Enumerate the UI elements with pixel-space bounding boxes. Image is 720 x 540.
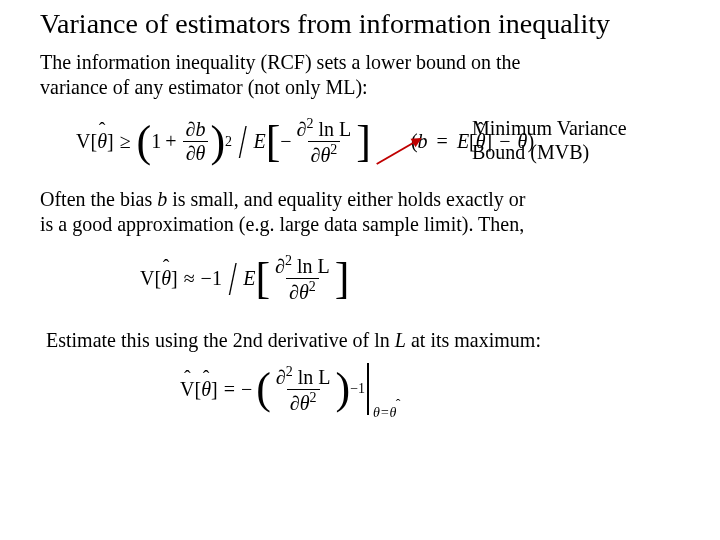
eval-bar-icon: θ=θ [367,363,369,415]
equation-approx: V [θ] ≈ −1 / E [ ∂2 ln L ∂θ2 ] [140,251,680,306]
eq1-plus: + [165,130,176,153]
p2-c: is small, and equality either holds exac… [167,188,525,210]
eq2-approx: ≈ [184,267,195,290]
mvb-line2: Bound (MVB) [472,141,589,163]
slide-title: Variance of estimators from information … [40,8,680,40]
estimate-paragraph: Estimate this using the 2nd derivative o… [46,328,680,353]
eq3-dth2: ∂θ [290,391,310,413]
eq1-V: V [76,130,90,153]
eq3-eq: = [224,378,235,401]
eq3-inv: −1 [350,381,365,397]
eq3-Vhat: V [180,378,194,401]
eq1-dth: ∂θ [186,142,206,164]
eq1-lnL: ln L [318,118,351,140]
eq2-V: V [140,267,154,290]
intro-line2: variance of any estimator (not only ML): [40,76,368,98]
bias-paragraph: Often the bias b is small, and equality … [40,187,680,237]
eq1-ge: ≥ [120,130,131,153]
eq1-dth2: ∂θ [311,144,331,166]
p3-a: Estimate this using the 2nd derivative o… [46,329,395,351]
eq2-theta-hat: θ [161,267,171,290]
eq3-theta-hat: θ [201,378,211,401]
eq2-E: E [243,267,255,290]
equation-estimate: V [θ] = − ( ∂2 ln L ∂θ2 )−1 θ=θ [180,363,680,415]
eq2-partial: ∂ [275,255,285,277]
mvb-line1: Minimum Variance [472,117,627,139]
eq3-partial: ∂ [276,366,286,388]
p3-L-italic: L [395,329,406,351]
eq2-lnL: ln L [297,255,330,277]
eq1-minus: − [280,130,291,153]
p2-a: Often the bias [40,188,157,210]
p2-d: is a good approximation (e.g. large data… [40,213,524,235]
mvb-annotation: Minimum Variance Bound (MVB) [472,116,627,164]
intro-paragraph: The information inequality (RCF) sets a … [40,50,680,100]
eq1-sq: 2 [225,134,232,150]
eq3-sub: θ=θ [373,405,396,420]
p3-c: at its maximum: [406,329,541,351]
eq1-partial: ∂ [297,118,307,140]
eq1-one: 1 [151,130,161,153]
eq3-minus: − [241,378,252,401]
eq2-dth2: ∂θ [289,281,309,303]
eq1-theta-hat: θ [97,130,107,153]
eq1-E: E [253,130,265,153]
eq1-db: ∂b [186,118,206,140]
eq3-lnL: ln L [298,366,331,388]
intro-line1: The information inequality (RCF) sets a … [40,51,520,73]
p2-b-italic: b [157,188,167,210]
eq2-m1: −1 [201,267,222,290]
